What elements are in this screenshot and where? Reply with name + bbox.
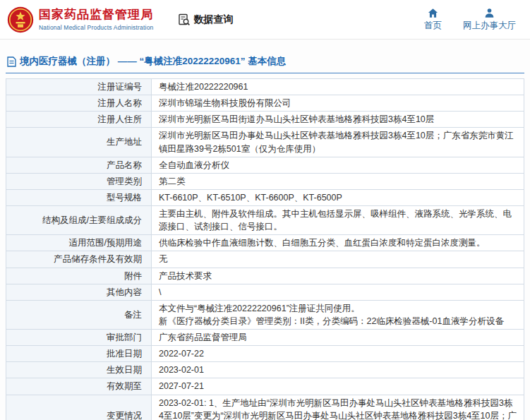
org-name-cn: 国家药品监督管理局 xyxy=(39,8,154,22)
row-label: 有效期至 xyxy=(6,378,152,395)
row-value: 2023-02-01 xyxy=(152,362,524,378)
row-label: 管理类别 xyxy=(6,173,152,189)
data-query-tab[interactable]: 数据查询 xyxy=(178,13,234,26)
page-title-bar: 境内医疗器械（注册） —— “粤械注准20222220961” 基本信息 xyxy=(6,52,524,73)
home-icon xyxy=(428,8,438,18)
row-value: 供临床检验中作血液细胞计数、白细胞五分类、血红蛋白浓度和特定蛋白浓度测量。 xyxy=(152,235,524,251)
table-row: 管理类别 第二类 xyxy=(6,173,524,189)
row-value: 2022-07-22 xyxy=(152,346,524,362)
row-label: 批准日期 xyxy=(6,346,152,362)
row-value: 全自动血液分析仪 xyxy=(152,157,524,173)
row-value: 深圳市光明新区马田街道办马山头社区钟表基地格雅科技园3栋4至10层 xyxy=(152,112,524,128)
table-row: 结构及组成/主要组成成分 主要由主机、附件及软件组成。其中主机包括显示屏、吸样组… xyxy=(6,206,524,235)
row-value: KT-6610P、KT-6510P、KT-6600P、KT-6500P xyxy=(152,189,524,205)
row-label: 生效日期 xyxy=(6,362,152,378)
nav-home[interactable]: 首页 xyxy=(424,8,442,32)
registration-info-table: 注册证编号 粤械注准20222220961 注册人名称 深圳市锦瑞生物科技股份有… xyxy=(6,78,524,420)
row-value: 深圳市锦瑞生物科技股份有限公司 xyxy=(152,95,524,112)
row-value: \ xyxy=(152,284,524,300)
row-label: 变更情况 xyxy=(6,395,152,420)
table-row: 备注 本文件与“粤械注准20222220961”注册证共同使用。 新《医疗器械分… xyxy=(6,300,524,329)
row-label: 其他内容 xyxy=(6,284,152,300)
national-emblem-logo xyxy=(7,6,34,33)
table-row: 注册人住所 深圳市光明新区马田街道办马山头社区钟表基地格雅科技园3栋4至10层 xyxy=(6,112,524,128)
page: 国家药品监督管理局 National Medical Products Admi… xyxy=(0,0,530,420)
nav-service-hall[interactable]: 网上办事大厅 xyxy=(463,8,516,32)
document-icon xyxy=(7,56,16,67)
row-label: 生产地址 xyxy=(6,128,152,157)
row-value: 2023-02-01: 1、生产地址由“深圳市光明新区马田办事处马山头社区钟表基… xyxy=(152,395,524,420)
row-label: 型号规格 xyxy=(6,189,152,205)
row-value: 深圳市光明新区马田办事处马山头社区钟表基地格雅科技园3栋4至10层；广东省东莞市… xyxy=(152,128,524,157)
top-nav: 首页 网上办事大厅 xyxy=(424,8,520,32)
data-query-icon xyxy=(178,13,191,26)
table-row: 变更情况 2023-02-01: 1、生产地址由“深圳市光明新区马田办事处马山头… xyxy=(6,395,524,420)
table-row: 注册人名称 深圳市锦瑞生物科技股份有限公司 xyxy=(6,95,524,112)
data-query-label: 数据查询 xyxy=(194,13,234,26)
table-row: 审批部门 广东省药品监督管理局 xyxy=(6,330,524,346)
row-value: 广东省药品监督管理局 xyxy=(152,330,524,346)
table-row: 注册证编号 粤械注准20222220961 xyxy=(6,79,524,95)
table-row: 有效期至 2027-07-21 xyxy=(6,378,524,395)
nav-home-label: 首页 xyxy=(424,20,442,32)
row-label: 注册证编号 xyxy=(6,79,152,95)
brand-text: 国家药品监督管理局 National Medical Products Admi… xyxy=(39,8,154,30)
person-icon xyxy=(484,8,495,18)
table-row: 生效日期 2023-02-01 xyxy=(6,362,524,378)
table-row: 产品名称 全自动血液分析仪 xyxy=(6,157,524,173)
row-value: 主要由主机、附件及软件组成。其中主机包括显示屏、吸样组件、液路系统、光学系统、电… xyxy=(152,206,524,235)
row-label: 适用范围/预期用途 xyxy=(6,235,152,251)
table-row: 批准日期 2022-07-22 xyxy=(6,346,524,362)
row-label: 产品储存条件及有效期 xyxy=(6,251,152,268)
row-label: 审批部门 xyxy=(6,330,152,346)
org-name-en: National Medical Products Administration xyxy=(39,24,154,31)
row-value: 产品技术要求 xyxy=(152,268,524,284)
row-label: 结构及组成/主要组成成分 xyxy=(6,206,152,235)
table-row: 产品储存条件及有效期 无 xyxy=(6,251,524,268)
row-value: 无 xyxy=(152,251,524,268)
row-label: 注册人住所 xyxy=(6,112,152,128)
table-row: 生产地址 深圳市光明新区马田办事处马山头社区钟表基地格雅科技园3栋4至10层；广… xyxy=(6,128,524,157)
row-value: 本文件与“粤械注准20222220961”注册证共同使用。 新《医疗器械分类目录… xyxy=(152,300,524,329)
row-label: 附件 xyxy=(6,268,152,284)
row-value: 2027-07-21 xyxy=(152,378,524,395)
row-value: 粤械注准20222220961 xyxy=(152,79,524,95)
page-title: 境内医疗器械（注册） —— “粤械注准20222220961” 基本信息 xyxy=(20,55,286,68)
brand: 国家药品监督管理局 National Medical Products Admi… xyxy=(7,6,154,33)
table-row: 适用范围/预期用途 供临床检验中作血液细胞计数、白细胞五分类、血红蛋白浓度和特定… xyxy=(6,235,524,251)
main-content: 境内医疗器械（注册） —— “粤械注准20222220961” 基本信息 注册证… xyxy=(0,40,530,420)
row-label: 备注 xyxy=(6,300,152,329)
table-row: 型号规格 KT-6610P、KT-6510P、KT-6600P、KT-6500P xyxy=(6,189,524,205)
site-header: 国家药品监督管理局 National Medical Products Admi… xyxy=(0,0,530,40)
table-row: 附件 产品技术要求 xyxy=(6,268,524,284)
table-row: 其他内容 \ xyxy=(6,284,524,300)
nav-service-hall-label: 网上办事大厅 xyxy=(463,20,516,32)
row-label: 注册人名称 xyxy=(6,95,152,112)
row-label: 产品名称 xyxy=(6,157,152,173)
row-value: 第二类 xyxy=(152,173,524,189)
